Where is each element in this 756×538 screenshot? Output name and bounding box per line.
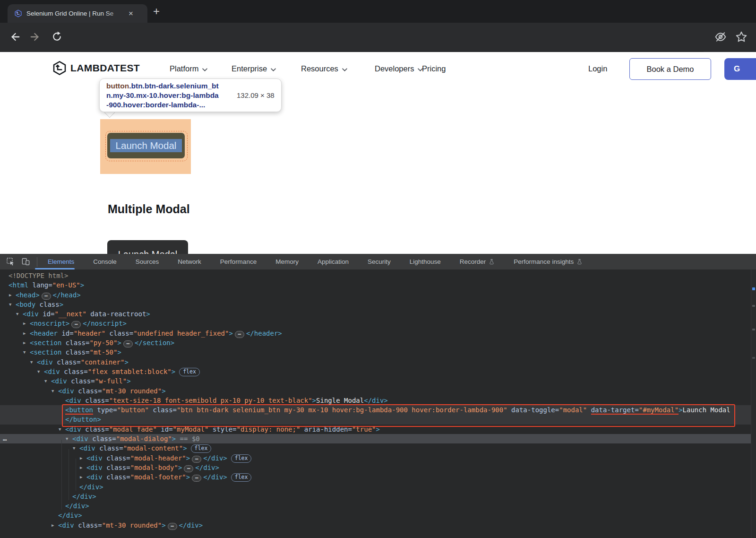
device-toolbar-icon[interactable]	[21, 257, 30, 266]
code-token: class=	[81, 425, 109, 433]
disclosure-arrow-icon[interactable]: ▼	[52, 386, 54, 396]
disclosure-arrow-icon[interactable]: ▼	[37, 367, 40, 376]
dom-tree-line[interactable]: ▼<div class="modal-dialog"> == $0	[0, 434, 756, 443]
dom-tree-line[interactable]: ▼<div class="flex smtablet:block">flex	[0, 367, 756, 376]
expand-ellipsis-icon[interactable]: …	[71, 321, 81, 328]
nav-item-developers[interactable]: Developers	[375, 64, 423, 73]
code-token: <header	[30, 330, 58, 337]
dom-tree-line[interactable]: </div>	[0, 482, 756, 492]
dom-tree-line[interactable]: </div>	[0, 511, 756, 520]
disclosure-arrow-icon[interactable]: ▶	[23, 329, 26, 338]
tab-close-icon[interactable]: ×	[129, 9, 133, 17]
devtools-tab-memory[interactable]: Memory	[275, 258, 299, 265]
code-token: class=	[60, 368, 88, 375]
nav-item-pricing[interactable]: Pricing	[422, 64, 446, 73]
disclosure-arrow-icon[interactable]: ▶	[80, 463, 82, 472]
nav-item-resources[interactable]: Resources	[301, 64, 347, 73]
disclosure-arrow-icon[interactable]: ▼	[23, 347, 26, 357]
code-token: class	[35, 301, 60, 308]
devtools-tab-sources[interactable]: Sources	[136, 258, 159, 265]
gutter-more-icon[interactable]: …	[3, 434, 7, 442]
dom-tree-line[interactable]: ▶<div class="mt-30 rounded">…</div>	[0, 521, 756, 530]
expand-ellipsis-icon[interactable]: …	[235, 331, 244, 338]
code-token: >	[679, 406, 682, 414]
code-token: id=	[157, 425, 173, 433]
disclosure-arrow-icon[interactable]: ▼	[59, 425, 61, 434]
dom-tree-line[interactable]: </div>	[0, 501, 756, 511]
expand-ellipsis-icon[interactable]: …	[168, 523, 177, 530]
dom-tree-line[interactable]: ▼<div class="container">	[0, 357, 756, 367]
second-launch-modal-button[interactable]: Launch Modal	[107, 240, 188, 254]
nav-item-enterprise[interactable]: Enterprise	[232, 64, 276, 73]
bookmark-star-icon[interactable]	[735, 31, 748, 44]
dom-tree-line[interactable]: ▶<div class="modal-body">…</div>	[0, 463, 756, 472]
back-button[interactable]	[9, 31, 22, 44]
disclosure-arrow-icon[interactable]: ▶	[23, 319, 26, 328]
disclosure-arrow-icon[interactable]: ▶	[80, 453, 82, 463]
dom-tree-line[interactable]: ▶<head>…</head>	[0, 290, 756, 300]
dom-tree-line[interactable]: ▼<section class="mt-50">	[0, 347, 756, 357]
dom-tree-line[interactable]: ▼<div class="w-full">	[0, 376, 756, 386]
code-token: <div	[86, 473, 103, 481]
disclosure-arrow-icon[interactable]: ▶	[23, 338, 26, 347]
dom-tree-line[interactable]: ▼<div class="modal fade" id="myModal" st…	[0, 425, 756, 434]
flex-badge[interactable]: flex	[179, 368, 200, 376]
disclosure-arrow-icon[interactable]: ▼	[16, 309, 18, 319]
browser-tab[interactable]: Selenium Grid Online | Run Se ×	[8, 4, 147, 23]
inspect-element-icon[interactable]	[6, 257, 15, 266]
dom-tree-line[interactable]: </button>	[0, 415, 756, 424]
disclosure-arrow-icon[interactable]: ▼	[73, 443, 75, 453]
login-link[interactable]: Login	[588, 64, 607, 73]
launch-modal-button[interactable]: Launch Modal	[107, 133, 185, 158]
expand-ellipsis-icon[interactable]: …	[123, 340, 133, 347]
flex-badge[interactable]: flex	[191, 444, 212, 453]
book-demo-button[interactable]: Book a Demo	[629, 58, 711, 80]
devtools-tab-security[interactable]: Security	[368, 258, 391, 265]
dom-tree-line[interactable]: </div>	[0, 492, 756, 501]
disclosure-arrow-icon[interactable]: ▶	[52, 521, 54, 530]
dom-tree-line[interactable]: ▶<header id="header" class="undefined he…	[0, 329, 756, 338]
disclosure-arrow-icon[interactable]: ▼	[9, 300, 11, 309]
devtools-tab-performance-insights[interactable]: Performance insights	[514, 258, 583, 265]
disclosure-arrow-icon[interactable]: ▼	[66, 434, 68, 443]
code-token: </section>	[135, 339, 174, 347]
dom-tree-line[interactable]: ▼<div class="mt-30 rounded">	[0, 386, 756, 396]
devtools-tab-network[interactable]: Network	[178, 258, 201, 265]
new-tab-button[interactable]: +	[153, 4, 160, 18]
devtools-tab-console[interactable]: Console	[93, 258, 117, 265]
dom-tree-line[interactable]: <div class="text-size-18 font-semibold p…	[0, 396, 756, 405]
signup-cta-button[interactable]: G	[724, 58, 756, 80]
disclosure-arrow-icon[interactable]: ▶	[9, 290, 11, 300]
expand-ellipsis-icon[interactable]: …	[42, 293, 51, 300]
nav-item-platform[interactable]: Platform	[170, 64, 207, 73]
dom-tree-line[interactable]: <button type="button" class="btn btn-dar…	[0, 405, 756, 415]
dom-tree-line[interactable]: ▼<body class>	[0, 300, 756, 309]
eye-off-icon[interactable]	[714, 31, 728, 44]
dom-tree-line[interactable]: ▶<section class="py-50">…</section>	[0, 338, 756, 347]
dom-tree-line[interactable]: ▼<div class="modal-content">flex	[0, 443, 756, 453]
expand-ellipsis-icon[interactable]: …	[192, 475, 201, 482]
devtools-tab-elements[interactable]: Elements	[48, 258, 74, 265]
dom-tree-line[interactable]: <!DOCTYPE html>	[0, 271, 756, 280]
reload-button[interactable]	[51, 31, 64, 44]
devtools-tab-recorder[interactable]: Recorder	[460, 258, 495, 265]
devtools-tab-performance[interactable]: Performance	[220, 258, 257, 265]
lambdatest-logo[interactable]: LAMBDATEST	[52, 61, 140, 76]
expand-ellipsis-icon[interactable]: …	[192, 456, 201, 463]
devtools-tab-application[interactable]: Application	[318, 258, 349, 265]
dom-tree-line[interactable]: ▶<div class="modal-footer">…</div>flex	[0, 472, 756, 482]
flex-badge[interactable]: flex	[231, 473, 252, 482]
disclosure-arrow-icon[interactable]: ▼	[30, 357, 33, 367]
dom-tree-line[interactable]: ▶<noscript>…</noscript>	[0, 319, 756, 328]
devtools-tab-lighthouse[interactable]: Lighthouse	[410, 258, 441, 265]
code-token: >	[146, 310, 150, 318]
expand-ellipsis-icon[interactable]: …	[184, 465, 193, 472]
devtools-scrollbar[interactable]	[751, 269, 756, 538]
dom-tree-line[interactable]: <html lang="en-US">	[0, 280, 756, 290]
flex-badge[interactable]: flex	[231, 454, 252, 463]
disclosure-arrow-icon[interactable]: ▶	[80, 472, 82, 482]
dom-tree-line[interactable]: ▶<div class="modal-header">…</div>flex	[0, 453, 756, 463]
disclosure-arrow-icon[interactable]: ▼	[44, 376, 47, 386]
dom-tree-line[interactable]: ▼<div id="__next" data-reactroot>	[0, 309, 756, 319]
forward-button[interactable]	[29, 31, 43, 44]
